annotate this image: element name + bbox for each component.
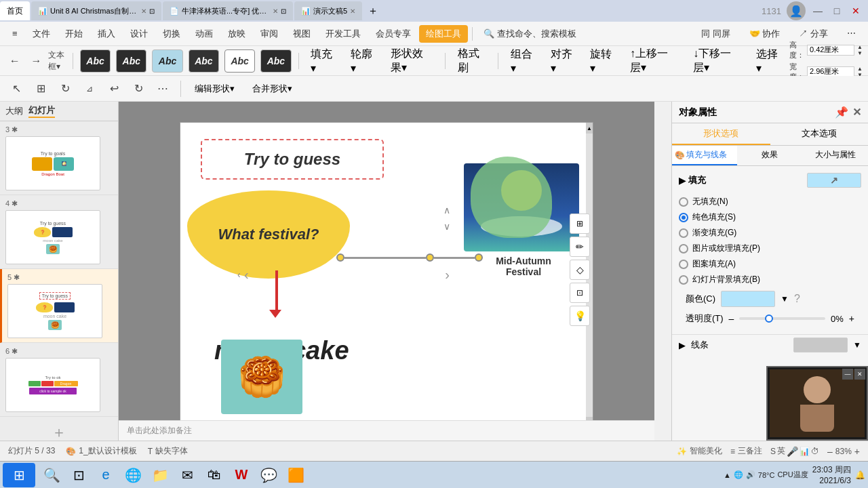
height-input[interactable]: [807, 45, 854, 56]
ft-idea-btn[interactable]: 💡: [570, 306, 590, 326]
taskbar-app-icon[interactable]: 🟧: [283, 463, 308, 487]
tab-ppt2[interactable]: 📄 牛津泽林英语...专夺] 优质课 ✕ ⊡: [163, 1, 293, 20]
tray-up-arrow[interactable]: ▲: [724, 471, 731, 479]
opacity-decrease-icon[interactable]: –: [729, 313, 734, 324]
merge-shapes-btn[interactable]: 合并形状▾: [245, 81, 299, 97]
shape-style-2[interactable]: Abc: [116, 49, 146, 73]
shape-style-4[interactable]: Abc: [189, 49, 219, 73]
panel-tab-shape[interactable]: 形状选项: [672, 123, 770, 145]
menu-hamburger[interactable]: ≡: [5, 26, 24, 41]
align-btn[interactable]: 对齐▾: [544, 45, 581, 77]
height-down-arrow[interactable]: ▼: [857, 50, 863, 56]
sidebar-slides-tab[interactable]: 幻灯片: [28, 104, 55, 118]
menu-home[interactable]: 开始: [58, 25, 90, 43]
tab-ppt3[interactable]: 📊 演示文稿5 ✕: [294, 1, 362, 20]
fill-option-none[interactable]: 无填充(N): [679, 196, 861, 207]
more-icon[interactable]: ⋯: [152, 78, 174, 100]
opacity-slider-thumb[interactable]: [765, 314, 773, 323]
ft-fill-btn[interactable]: ◇: [570, 260, 590, 280]
scroll-left-arrow[interactable]: ‹: [237, 269, 241, 280]
menu-vip[interactable]: 会员专享: [369, 25, 418, 43]
vert-scroll-down[interactable]: ∨: [443, 221, 450, 232]
close-button[interactable]: ✕: [849, 4, 863, 18]
zoom-in-btn[interactable]: +: [854, 446, 860, 457]
ft-pencil-btn[interactable]: ✏: [570, 237, 590, 257]
taskbar-taskview-icon[interactable]: ⊡: [66, 463, 91, 487]
new-tab-button[interactable]: ＋: [363, 1, 382, 20]
menu-dev[interactable]: 开发工具: [319, 25, 368, 43]
send-back-btn[interactable]: ↓下移一层▾: [686, 45, 747, 77]
sub-tab-fill[interactable]: 🎨 填充与线条: [672, 146, 737, 165]
fill-option-slide-bg[interactable]: 幻灯片背景填充(B): [679, 274, 861, 285]
color-dropdown-icon[interactable]: ▼: [781, 294, 789, 304]
select-btn[interactable]: 选择▾: [749, 45, 787, 77]
sidebar-outline-tab[interactable]: 大纲: [5, 105, 23, 117]
effects-btn[interactable]: 形状效果▾: [384, 45, 439, 77]
menu-animation[interactable]: 动画: [189, 25, 220, 43]
shape-style-3[interactable]: Abc: [152, 49, 182, 73]
shape-style-5[interactable]: Abc: [224, 49, 255, 73]
notes-btn[interactable]: ≡ 三备注: [730, 445, 762, 457]
fill-option-gradient[interactable]: 渐变填充(G): [679, 227, 861, 239]
crop-icon[interactable]: ⊞: [30, 78, 52, 100]
taskbar-wechat-icon[interactable]: 💬: [256, 463, 281, 487]
sub-tab-effects[interactable]: 效果: [737, 146, 802, 165]
edit-points-icon[interactable]: ⊿: [79, 78, 100, 100]
lines-dropdown-icon[interactable]: ▼: [853, 340, 861, 350]
fill-preview-box[interactable]: ↗: [807, 173, 861, 188]
bring-front-btn[interactable]: ↑上移一层▾: [623, 45, 684, 77]
taskbar-search-icon[interactable]: 🔍: [39, 463, 64, 487]
next-slide-arrow[interactable]: ›: [445, 267, 450, 283]
zoom-out-btn[interactable]: –: [827, 446, 833, 457]
menu-slideshow[interactable]: 放映: [221, 25, 252, 43]
cake-image[interactable]: 🥮: [221, 340, 302, 414]
edit-shapes-btn[interactable]: 编辑形状▾: [188, 81, 241, 97]
fill-option-picture[interactable]: 图片或纹理填充(P): [679, 243, 861, 254]
menu-search[interactable]: 🔍 查找命令、搜索模板: [477, 25, 583, 43]
start-button[interactable]: ⊞: [3, 463, 35, 487]
fill-btn[interactable]: 填充▾: [304, 45, 341, 77]
stats-icon[interactable]: 📊: [800, 447, 810, 456]
panel-tab-text[interactable]: 文本选项: [770, 123, 869, 145]
width-up-arrow[interactable]: ▲: [857, 66, 863, 72]
video-minimize-btn[interactable]: —: [842, 369, 853, 380]
opacity-increase-icon[interactable]: +: [849, 313, 854, 324]
taskbar-wps-icon[interactable]: W: [229, 463, 254, 487]
minimize-button[interactable]: —: [811, 4, 825, 18]
tab-ppt3-close[interactable]: ✕: [350, 7, 355, 15]
timer-icon[interactable]: ⏱: [811, 447, 819, 456]
menu-draw[interactable]: 绘图工具: [419, 25, 468, 43]
prev-slide-arrow[interactable]: ‹: [244, 267, 249, 283]
fill-option-pattern[interactable]: 图案填充(A): [679, 258, 861, 270]
fill-option-solid[interactable]: 纯色填充(S): [679, 211, 861, 223]
slide-thumb-3[interactable]: 3 ✱ Try to goals 🎑 Dragon Boat: [0, 121, 118, 195]
panel-close-icon[interactable]: ✕: [852, 106, 861, 119]
ft-copy-btn[interactable]: ⊡: [570, 283, 590, 303]
sub-tab-size[interactable]: 大小与属性: [803, 146, 868, 165]
slide-thumb-4[interactable]: 4 ✱ Try to guess ❓ moon cake 🥮: [0, 195, 118, 269]
rotate-shape-icon[interactable]: ↻: [54, 78, 76, 100]
tab-ppt1[interactable]: 📊 Unit 8 AI Christmas自制.pptx ✕ ⊡: [31, 1, 161, 20]
beautify-btn[interactable]: ✨ 智能美化: [677, 445, 722, 457]
menu-transition[interactable]: 切换: [156, 25, 187, 43]
video-close-btn[interactable]: ✕: [854, 369, 865, 380]
menu-samepage[interactable]: 同 同屏: [694, 25, 737, 43]
slide-thumb-6[interactable]: 6 ✱ Try to ok Dragon click to sample ok: [0, 343, 118, 417]
menu-review[interactable]: 审阅: [254, 25, 285, 43]
shape-style-1[interactable]: Abc: [80, 49, 111, 73]
shape-style-6[interactable]: Abc: [260, 49, 291, 73]
group-btn[interactable]: 组合▾: [504, 45, 541, 77]
taskbar-store-icon[interactable]: 🛍: [202, 463, 226, 487]
vert-scroll-up[interactable]: ∧: [443, 205, 450, 216]
tb-forward-icon[interactable]: →: [27, 50, 46, 72]
taskbar-chrome-icon[interactable]: 🌐: [121, 463, 145, 487]
menu-view[interactable]: 视图: [286, 25, 317, 43]
help-icon[interactable]: ?: [794, 293, 800, 305]
notification-icon[interactable]: 🔔: [855, 470, 865, 480]
spellcheck-icon[interactable]: S: [770, 447, 776, 456]
tray-sound-icon[interactable]: 🔊: [746, 470, 755, 479]
undo-icon[interactable]: ↩: [103, 78, 125, 100]
scroll-up-btn[interactable]: ▲: [586, 123, 593, 134]
tab-ppt1-close[interactable]: ✕: [141, 7, 146, 15]
menu-design[interactable]: 设计: [123, 25, 155, 43]
